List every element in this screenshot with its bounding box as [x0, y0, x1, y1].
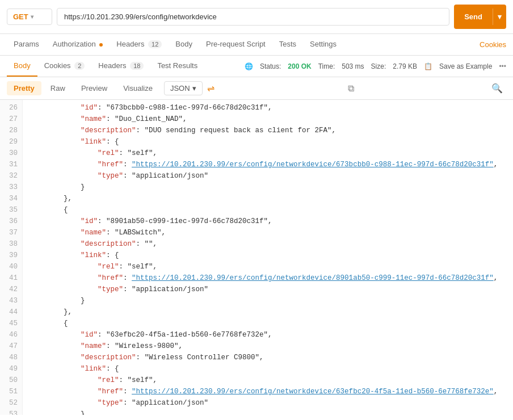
code-area: 2627282930313233343536373839404142434445…	[0, 100, 513, 415]
tab-prerequest[interactable]: Pre-request Script	[199, 34, 272, 55]
size-value: 2.79 KB	[393, 62, 417, 70]
line-number: 31	[5, 159, 18, 170]
line-number: 35	[5, 204, 18, 216]
save-label[interactable]: Save as Example	[439, 62, 492, 70]
response-tabs: Body Cookies 2 Headers 18 Test Results 🌐…	[0, 56, 513, 77]
send-button-label: Send	[454, 9, 493, 25]
code-line: "id": "673bcbb0-c988-11ec-997d-66c78d20c…	[30, 102, 506, 114]
code-line: "href": "https://10.201.230.99/ers/confi…	[30, 272, 506, 284]
status-area: 🌐 Status: 200 OK Time: 503 ms Size: 2.79…	[245, 62, 506, 70]
line-number: 47	[5, 341, 18, 352]
code-line: }	[30, 409, 506, 415]
line-number: 48	[5, 352, 18, 363]
line-number: 40	[5, 261, 18, 272]
code-line: "name": "LABSwitch",	[30, 227, 506, 238]
time-label: Time:	[318, 62, 335, 70]
search-icon[interactable]: 🔍	[488, 81, 506, 96]
line-number: 38	[5, 238, 18, 250]
cookies-link[interactable]: Cookies	[480, 40, 506, 49]
code-line: "type": "application/json"	[30, 397, 506, 409]
code-line: "name": "Duo_Client_NAD",	[30, 114, 506, 125]
url-bar: GET ▾ Send ▾	[0, 0, 513, 34]
line-number: 49	[5, 363, 18, 375]
status-value: 200 OK	[288, 62, 311, 70]
line-number: 46	[5, 329, 18, 341]
send-button-arrow: ▾	[493, 9, 506, 25]
line-number: 27	[5, 114, 18, 125]
line-number: 45	[5, 318, 18, 329]
code-line: "id": "63efbc20-4f5a-11ed-b560-6e7768fe7…	[30, 329, 506, 341]
fmt-preview[interactable]: Preview	[74, 81, 114, 95]
method-chevron: ▾	[31, 14, 33, 20]
line-number: 52	[5, 397, 18, 409]
code-line: "link": {	[30, 363, 506, 375]
fmt-visualize[interactable]: Visualize	[116, 81, 159, 95]
href-link[interactable]: "https://10.201.230.99/ers/config/networ…	[132, 274, 494, 282]
fmt-pretty[interactable]: Pretty	[7, 81, 41, 95]
headers-badge: 12	[148, 40, 162, 48]
resp-tab-testresults[interactable]: Test Results	[150, 56, 204, 77]
json-chevron: ▾	[192, 84, 196, 93]
method-selector[interactable]: GET ▾	[7, 9, 52, 25]
code-line: "rel": "self",	[30, 148, 506, 159]
code-line: "href": "https://10.201.230.99/ers/confi…	[30, 386, 506, 397]
line-number: 53	[5, 409, 18, 415]
code-line: "description": "DUO sending request back…	[30, 125, 506, 136]
resp-tab-body[interactable]: Body	[7, 56, 37, 77]
line-number: 41	[5, 272, 18, 284]
request-tabs: Params Authorization Headers 12 Body Pre…	[0, 34, 513, 56]
line-number: 51	[5, 386, 18, 397]
cookies-badge: 2	[74, 62, 85, 70]
code-line: {	[30, 318, 506, 329]
tab-settings[interactable]: Settings	[303, 34, 343, 55]
code-line: "type": "application/json"	[30, 284, 506, 295]
href-link[interactable]: "https://10.201.230.99/ers/config/networ…	[132, 161, 494, 169]
format-bar: Pretty Raw Preview Visualize JSON ▾ ⇌ ⧉ …	[0, 77, 513, 100]
line-number: 36	[5, 216, 18, 227]
time-value: 503 ms	[342, 62, 364, 70]
code-line: "id": "8901ab50-c999-11ec-997d-66c78d20c…	[30, 216, 506, 227]
json-label: JSON	[170, 84, 190, 93]
resp-tab-cookies[interactable]: Cookies 2	[37, 56, 92, 77]
tab-tests[interactable]: Tests	[272, 34, 303, 55]
code-line: "rel": "self",	[30, 375, 506, 386]
send-button[interactable]: Send ▾	[454, 5, 506, 29]
code-line: "link": {	[30, 250, 506, 261]
line-number: 37	[5, 227, 18, 238]
url-input[interactable]	[57, 8, 449, 26]
code-content: "id": "673bcbb0-c988-11ec-997d-66c78d20c…	[23, 100, 513, 415]
line-number: 42	[5, 284, 18, 295]
method-value: GET	[13, 12, 28, 21]
status-label: Status:	[260, 62, 281, 70]
code-line: {	[30, 204, 506, 216]
code-line: "rel": "self",	[30, 261, 506, 272]
line-number: 30	[5, 148, 18, 159]
tab-body[interactable]: Body	[169, 34, 199, 55]
line-number: 33	[5, 182, 18, 193]
resp-tab-headers[interactable]: Headers 18	[91, 56, 150, 77]
save-icon: 📋	[424, 62, 432, 70]
line-number: 34	[5, 193, 18, 204]
code-line: "name": "Wireless-9800",	[30, 341, 506, 352]
line-number: 50	[5, 375, 18, 386]
code-line: "description": "Wireless Controller C980…	[30, 352, 506, 363]
tab-params[interactable]: Params	[7, 34, 46, 55]
line-number: 43	[5, 295, 18, 306]
fmt-raw[interactable]: Raw	[44, 81, 72, 95]
network-icon: 🌐	[245, 62, 253, 70]
code-line: }	[30, 182, 506, 193]
filter-icon[interactable]: ⇌	[207, 83, 215, 94]
json-format-selector[interactable]: JSON ▾	[164, 81, 203, 95]
line-number: 44	[5, 306, 18, 318]
href-link[interactable]: "https://10.201.230.99/ers/config/networ…	[132, 388, 494, 396]
copy-icon[interactable]: ⧉	[344, 81, 358, 96]
code-line: },	[30, 193, 506, 204]
size-label: Size:	[371, 62, 386, 70]
code-line: "type": "application/json"	[30, 170, 506, 182]
code-line: "link": {	[30, 136, 506, 148]
code-line: },	[30, 306, 506, 318]
tab-authorization[interactable]: Authorization	[46, 34, 110, 55]
tab-headers[interactable]: Headers 12	[110, 34, 169, 55]
more-options-icon[interactable]: •••	[499, 62, 506, 70]
line-number: 32	[5, 170, 18, 182]
